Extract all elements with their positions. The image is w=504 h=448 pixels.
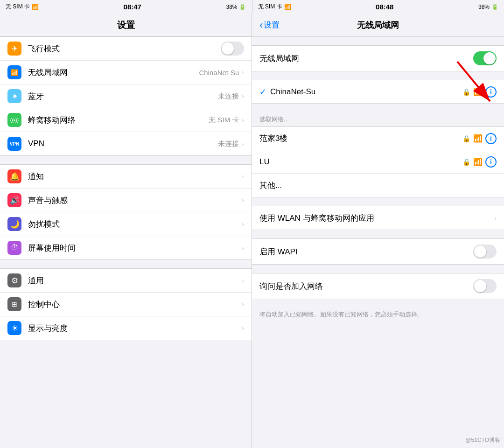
settings-item-general[interactable]: ⚙ 通用 ›: [0, 269, 252, 293]
settings-item-vpn[interactable]: VPN VPN 未连接 ›: [0, 132, 252, 155]
connected-network-info-btn[interactable]: i: [485, 86, 497, 98]
watermark: @51CTO博客: [465, 436, 500, 444]
settings-item-dnd[interactable]: 🌙 勿扰模式 ›: [0, 212, 252, 236]
auto-join-description: 将自动加入已知网络。如果没有已知网络，您必须手动选择。: [252, 308, 504, 324]
right-panel: ‹ 设置 无线局域网 无线局域网 ✓ ChinaNet-Su 🔒: [252, 14, 504, 448]
right-panel-header: ‹ 设置 无线局域网: [252, 14, 504, 37]
display-label: 显示与亮度: [28, 323, 242, 334]
vpn-icon: VPN: [7, 137, 21, 151]
right-carrier: 无 SIM 卡: [258, 3, 282, 11]
wifi-icon: 📶: [7, 65, 21, 79]
settings-item-airplane[interactable]: ✈ 飞行模式: [0, 37, 252, 61]
left-wifi-icon: 📶: [32, 4, 39, 10]
notifications-label: 通知: [28, 171, 242, 182]
bluetooth-icon: ⁕: [7, 89, 21, 103]
wapi-toggle[interactable]: [473, 245, 497, 259]
notifications-chevron: ›: [242, 173, 244, 180]
left-battery-icon: 🔋: [239, 4, 246, 10]
settings-item-notifications[interactable]: 🔔 通知 ›: [0, 165, 252, 189]
vpn-chevron: ›: [242, 140, 244, 147]
general-icon: ⚙: [7, 273, 21, 287]
settings-item-bluetooth[interactable]: ⁕ 蓝牙 未连接 ›: [0, 84, 252, 108]
fanjia-info-btn[interactable]: i: [485, 133, 497, 144]
right-status-bar: 无 SIM 卡 📶 08:48 38% 🔋: [252, 0, 504, 14]
dnd-label: 勿扰模式: [28, 219, 242, 230]
connected-network-name: ChinaNet-Su: [270, 87, 462, 97]
right-time: 08:48: [376, 3, 393, 11]
cellular-value: 无 SIM 卡: [209, 116, 239, 125]
settings-item-sounds[interactable]: 🔊 声音与触感 ›: [0, 189, 252, 212]
wifi-toggle-section: 无线局域网: [252, 45, 504, 71]
fanjia-lock-icon: 🔒: [462, 135, 470, 142]
wlan-apps-row[interactable]: 使用 WLAN 与蜂窝移动网的应用 ›: [252, 206, 504, 230]
right-wifi-icon: 📶: [284, 4, 291, 10]
airplane-label: 飞行模式: [28, 43, 221, 54]
bluetooth-chevron: ›: [242, 92, 244, 100]
settings-item-wifi[interactable]: 📶 无线局域网 ChinaNet-Su ›: [0, 61, 252, 84]
lu-network-name: LU: [259, 157, 462, 167]
right-battery-group: 38% 🔋: [478, 4, 498, 10]
cellular-icon: ((•)): [7, 113, 21, 127]
other-network-label: 其他...: [259, 180, 497, 191]
controlcenter-chevron: ›: [242, 301, 244, 308]
wifi-toggle-label: 无线局域网: [259, 53, 473, 64]
choose-network-label: 选取网络...: [252, 112, 504, 126]
left-battery-pct: 38%: [226, 4, 237, 10]
lu-lock-icon: 🔒: [462, 158, 470, 166]
fanjia-icons: 🔒 📶 i: [462, 133, 497, 144]
wifi-toggle-row[interactable]: 无线局域网: [252, 46, 504, 71]
back-chevron-icon: ‹: [259, 19, 263, 31]
connected-network-row[interactable]: ✓ ChinaNet-Su 🔒 📶 i: [252, 80, 504, 104]
left-panel-header: 设置: [0, 14, 252, 36]
wifi-chevron: ›: [242, 69, 244, 76]
choose-network-section: 选取网络... 范家3楼 🔒 📶 i LU: [252, 112, 504, 197]
wifi-value: ChinaNet-Su: [199, 69, 239, 77]
left-carrier-group: 无 SIM 卡 📶: [6, 3, 39, 11]
right-battery-pct: 38%: [478, 4, 490, 10]
back-label: 设置: [264, 20, 280, 30]
sounds-icon: 🔊: [7, 193, 21, 207]
fanjia-network-name: 范家3楼: [259, 133, 462, 144]
display-icon: ☀: [7, 321, 21, 335]
status-bars: 无 SIM 卡 📶 08:47 38% 🔋 无 SIM 卡 📶 08:48 38…: [0, 0, 504, 14]
wifi-label: 无线局域网: [28, 67, 199, 78]
notifications-icon: 🔔: [7, 169, 21, 183]
ask-section: 询问是否加入网络: [252, 273, 504, 299]
settings-group-notifications: 🔔 通知 › 🔊 声音与触感 › 🌙 勿扰模式 ›: [0, 164, 252, 260]
general-label: 通用: [28, 275, 242, 286]
wlan-apps-chevron: ›: [494, 214, 497, 222]
settings-title: 设置: [117, 20, 135, 30]
dnd-icon: 🌙: [7, 217, 21, 231]
ask-label: 询问是否加入网络: [259, 281, 473, 292]
controlcenter-label: 控制中心: [28, 299, 242, 310]
general-chevron: ›: [242, 277, 244, 284]
vpn-label: VPN: [28, 139, 218, 148]
ask-row[interactable]: 询问是否加入网络: [252, 273, 504, 299]
left-battery-group: 38% 🔋: [226, 4, 246, 10]
ask-toggle[interactable]: [473, 279, 497, 293]
settings-item-display[interactable]: ☀ 显示与亮度 ›: [0, 316, 252, 340]
lock-icon: 🔒: [462, 88, 470, 96]
wapi-row[interactable]: 启用 WAPI: [252, 239, 504, 264]
settings-item-screentime[interactable]: ⏱ 屏幕使用时间 ›: [0, 236, 252, 259]
settings-group-network: ✈ 飞行模式 📶 无线局域网 ChinaNet-Su › ⁕ 蓝牙 未连接 ›: [0, 36, 252, 156]
other-network-row[interactable]: 其他...: [252, 174, 504, 197]
network-row-lu[interactable]: LU 🔒 📶 i: [252, 150, 504, 174]
lu-signal-icon: 📶: [473, 157, 483, 166]
airplane-toggle[interactable]: [221, 42, 244, 56]
dnd-chevron: ›: [242, 220, 244, 228]
lu-info-btn[interactable]: i: [485, 156, 497, 168]
settings-item-cellular[interactable]: ((•)) 蜂窝移动网络 无 SIM 卡 ›: [0, 108, 252, 132]
screentime-label: 屏幕使用时间: [28, 243, 242, 253]
airplane-icon: ✈: [7, 42, 21, 56]
fanjia-signal-icon: 📶: [473, 134, 483, 143]
wifi-toggle[interactable]: [473, 51, 497, 65]
display-chevron: ›: [242, 324, 244, 332]
left-status-bar: 无 SIM 卡 📶 08:47 38% 🔋: [0, 0, 252, 14]
cellular-label: 蜂窝移动网络: [28, 115, 209, 126]
connected-network-section: ✓ ChinaNet-Su 🔒 📶 i: [252, 80, 504, 104]
network-row-fanjia[interactable]: 范家3楼 🔒 📶 i: [252, 127, 504, 150]
sounds-label: 声音与触感: [28, 195, 242, 206]
back-button[interactable]: ‹ 设置: [259, 19, 280, 31]
settings-item-controlcenter[interactable]: ⊞ 控制中心 ›: [0, 293, 252, 316]
